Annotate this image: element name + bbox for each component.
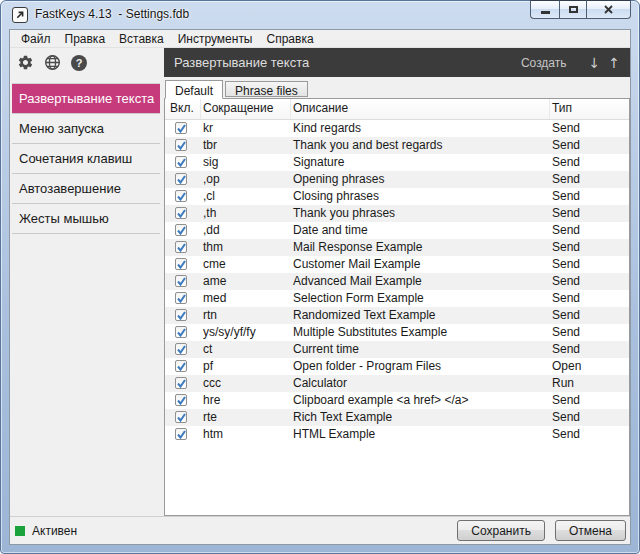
row-checkbox[interactable]	[175, 173, 187, 185]
abbreviation-cell: htm	[201, 426, 291, 443]
row-checkbox[interactable]	[175, 207, 187, 219]
table-row[interactable]: ameAdvanced Mail ExampleSend	[165, 273, 629, 290]
row-checkbox[interactable]	[175, 156, 187, 168]
save-button[interactable]: Сохранить	[457, 520, 545, 541]
type-cell: Send	[550, 205, 629, 222]
menu-item[interactable]: Вставка	[112, 30, 171, 48]
table-row[interactable]: krKind regardsSend	[165, 120, 629, 137]
abbreviation-cell: ,th	[201, 205, 291, 222]
abbreviation-cell: ,dd	[201, 222, 291, 239]
menu-item[interactable]: Файл	[14, 30, 58, 48]
table-row[interactable]: rtnRandomized Text ExampleSend	[165, 307, 629, 324]
window-title: FastKeys 4.13 - Settings.fdb	[35, 1, 189, 29]
type-cell: Send	[550, 256, 629, 273]
type-cell: Send	[550, 409, 629, 426]
sidebar-item[interactable]: Меню запуска	[12, 114, 160, 144]
table-row[interactable]: thmMail Response ExampleSend	[165, 239, 629, 256]
menu-item[interactable]: Инструменты	[171, 30, 260, 48]
row-checkbox[interactable]	[175, 190, 187, 202]
description-cell: Advanced Mail Example	[291, 273, 550, 290]
move-up-icon[interactable]: ↑	[608, 55, 620, 71]
type-cell: Send	[550, 154, 629, 171]
row-checkbox[interactable]	[175, 411, 187, 423]
table-row[interactable]: rteRich Text ExampleSend	[165, 409, 629, 426]
checkbox-cell	[165, 154, 201, 171]
column-header: Вкл.	[165, 99, 201, 119]
description-cell: Kind regards	[291, 120, 550, 137]
table-row[interactable]: hreClipboard example <a href> </a>Send	[165, 392, 629, 409]
row-checkbox[interactable]	[175, 275, 187, 287]
main-panel: DefaultPhrase files Вкл.СокращениеОписан…	[164, 77, 630, 516]
row-checkbox[interactable]	[175, 241, 187, 253]
description-cell: Mail Response Example	[291, 239, 550, 256]
table-row[interactable]: cmeCustomer Mail ExampleSend	[165, 256, 629, 273]
help-icon[interactable]: ?	[70, 54, 88, 72]
table-row[interactable]: ,thThank you phrasesSend	[165, 205, 629, 222]
table-row[interactable]: ,ddDate and timeSend	[165, 222, 629, 239]
row-checkbox[interactable]	[175, 122, 187, 134]
table-row[interactable]: ctCurrent timeSend	[165, 341, 629, 358]
create-button[interactable]: Создать	[521, 56, 567, 70]
abbreviation-cell: cme	[201, 256, 291, 273]
tab-default[interactable]: Default	[165, 80, 223, 99]
row-checkbox[interactable]	[175, 309, 187, 321]
cancel-button[interactable]: Отмена	[555, 520, 626, 541]
sidebar-item[interactable]: Развертывание текста	[12, 84, 160, 114]
row-checkbox[interactable]	[175, 394, 187, 406]
close-icon[interactable]	[586, 0, 631, 19]
row-checkbox[interactable]	[175, 326, 187, 338]
globe-icon[interactable]	[43, 54, 61, 72]
tab-phrase-files[interactable]: Phrase files	[225, 81, 308, 97]
sidebar-item[interactable]: Жесты мышью	[12, 204, 160, 234]
maximize-icon[interactable]	[559, 0, 586, 19]
row-checkbox[interactable]	[175, 428, 187, 440]
table-header: Вкл.СокращениеОписаниеТип	[165, 99, 629, 120]
description-cell: Signature	[291, 154, 550, 171]
description-cell: Rich Text Example	[291, 409, 550, 426]
table-row[interactable]: ,clClosing phrasesSend	[165, 188, 629, 205]
row-checkbox[interactable]	[175, 292, 187, 304]
type-cell: Send	[550, 392, 629, 409]
description-cell: HTML Example	[291, 426, 550, 443]
abbreviation-cell: ,cl	[201, 188, 291, 205]
type-cell: Run	[550, 375, 629, 392]
active-status-icon	[15, 526, 25, 536]
table-row[interactable]: pfOpen folder - Program FilesOpen	[165, 358, 629, 375]
table-row[interactable]: ,opOpening phrasesSend	[165, 171, 629, 188]
client-area: ФайлПравкаВставкаИнструментыСправка ? Ра…	[9, 29, 631, 545]
table-row[interactable]: tbrThank you and best regardsSend	[165, 137, 629, 154]
table-row[interactable]: sigSignatureSend	[165, 154, 629, 171]
sidebar-item[interactable]: Автозавершение	[12, 174, 160, 204]
abbreviation-cell: med	[201, 290, 291, 307]
checkbox-cell	[165, 205, 201, 222]
type-cell: Send	[550, 341, 629, 358]
checkbox-cell	[165, 222, 201, 239]
row-checkbox[interactable]	[175, 139, 187, 151]
sidebar: Развертывание текстаМеню запускаСочетани…	[10, 77, 164, 516]
sidebar-item[interactable]: Сочетания клавиш	[12, 144, 160, 174]
gear-icon[interactable]	[16, 54, 34, 72]
description-cell: Thank you phrases	[291, 205, 550, 222]
caption-buttons	[530, 0, 631, 19]
menu-item[interactable]: Справка	[260, 30, 321, 48]
checkbox-cell	[165, 341, 201, 358]
menu-item[interactable]: Правка	[58, 30, 113, 48]
abbreviation-cell: rte	[201, 409, 291, 426]
row-checkbox[interactable]	[175, 343, 187, 355]
abbreviation-cell: ys/sy/yf/fy	[201, 324, 291, 341]
abbreviation-cell: thm	[201, 239, 291, 256]
column-header: Тип	[550, 99, 629, 119]
minimize-icon[interactable]	[530, 0, 559, 19]
row-checkbox[interactable]	[175, 258, 187, 270]
table-row[interactable]: medSelection Form ExampleSend	[165, 290, 629, 307]
row-checkbox[interactable]	[175, 224, 187, 236]
table-row[interactable]: ys/sy/yf/fyMultiple Substitutes ExampleS…	[165, 324, 629, 341]
row-checkbox[interactable]	[175, 360, 187, 372]
row-checkbox[interactable]	[175, 377, 187, 389]
table-body: krKind regardsSendtbrThank you and best …	[165, 120, 629, 443]
move-down-icon[interactable]: ↓	[589, 55, 601, 71]
table-row[interactable]: cccCalculatorRun	[165, 375, 629, 392]
table-row[interactable]: htmHTML ExampleSend	[165, 426, 629, 443]
title-bar[interactable]: FastKeys 4.13 - Settings.fdb	[1, 1, 639, 29]
window-frame: FastKeys 4.13 - Settings.fdb ФайлПравкаВ…	[0, 0, 640, 554]
